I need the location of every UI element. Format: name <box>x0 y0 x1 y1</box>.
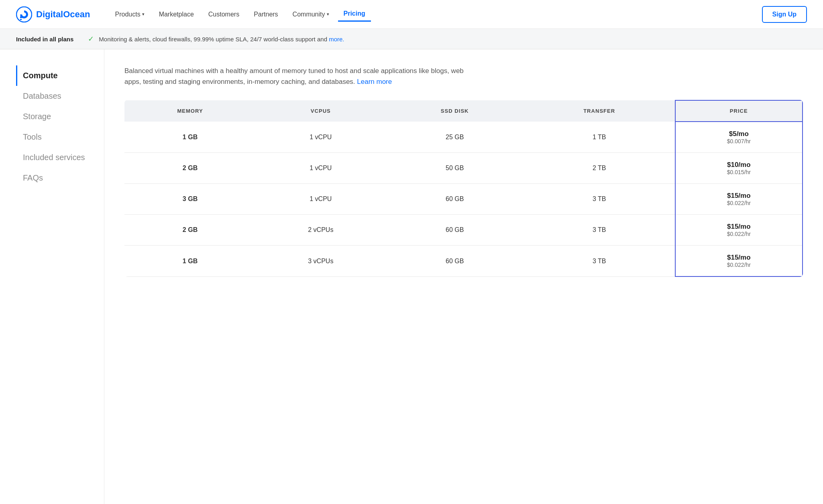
cell-transfer: 2 TB <box>524 153 675 184</box>
price-hourly: $0.015/hr <box>684 169 794 175</box>
chevron-down-icon: ▾ <box>327 12 329 17</box>
price-hourly: $0.022/hr <box>684 262 794 268</box>
price-hourly: $0.022/hr <box>684 231 794 237</box>
col-header-vcpus: VCPUS <box>256 100 386 122</box>
cell-memory: 2 GB <box>124 153 256 184</box>
nav-item-marketplace[interactable]: Marketplace <box>153 8 200 21</box>
nav-item-products[interactable]: Products ▾ <box>109 8 150 21</box>
cell-price: $5/mo $0.007/hr <box>675 122 803 153</box>
table-row: 3 GB 1 vCPU 60 GB 3 TB $15/mo $0.022/hr <box>124 184 803 215</box>
cell-transfer: 3 TB <box>524 184 675 215</box>
cell-ssd: 25 GB <box>386 122 524 153</box>
logo-icon <box>16 6 32 22</box>
logo-link[interactable]: DigitalOcean <box>16 6 90 22</box>
cell-price: $15/mo $0.022/hr <box>675 215 803 246</box>
sidebar-item-databases[interactable]: Databases <box>16 86 92 106</box>
check-icon: ✓ <box>88 35 94 43</box>
cell-vcpus: 1 vCPU <box>256 122 386 153</box>
main-content: Balanced virtual machines with a healthy… <box>104 49 823 504</box>
price-monthly: $15/mo <box>684 223 794 231</box>
price-monthly: $15/mo <box>684 254 794 262</box>
sidebar-item-included-services[interactable]: Included services <box>16 147 92 168</box>
cell-transfer: 3 TB <box>524 215 675 246</box>
col-header-memory: MEMORY <box>124 100 256 122</box>
chevron-down-icon: ▾ <box>142 12 145 17</box>
cell-price: $15/mo $0.022/hr <box>675 246 803 277</box>
table-row: 2 GB 1 vCPU 50 GB 2 TB $10/mo $0.015/hr <box>124 153 803 184</box>
sidebar-item-tools[interactable]: Tools <box>16 127 92 147</box>
cell-price: $10/mo $0.015/hr <box>675 153 803 184</box>
price-monthly: $5/mo <box>684 130 794 138</box>
signup-button[interactable]: Sign Up <box>762 6 807 23</box>
learn-more-link[interactable]: Learn more <box>357 78 392 85</box>
included-banner: Included in all plans ✓ Monitoring & ale… <box>0 29 823 49</box>
cell-memory: 3 GB <box>124 184 256 215</box>
col-header-ssd: SSD DISK <box>386 100 524 122</box>
table-row: 1 GB 1 vCPU 25 GB 1 TB $5/mo $0.007/hr <box>124 122 803 153</box>
banner-label: Included in all plans <box>16 36 73 43</box>
section-description: Balanced virtual machines with a healthy… <box>124 65 470 87</box>
brand-name: DigitalOcean <box>36 9 90 20</box>
nav-item-community[interactable]: Community ▾ <box>287 8 335 21</box>
table-row: 1 GB 3 vCPUs 60 GB 3 TB $15/mo $0.022/hr <box>124 246 803 277</box>
cell-memory: 1 GB <box>124 122 256 153</box>
cell-transfer: 1 TB <box>524 122 675 153</box>
pricing-table: MEMORY VCPUS SSD DISK TRANSFER PRICE 1 G… <box>124 100 803 277</box>
price-hourly: $0.007/hr <box>684 138 794 144</box>
cell-price: $15/mo $0.022/hr <box>675 184 803 215</box>
nav-item-partners[interactable]: Partners <box>248 8 283 21</box>
cell-ssd: 60 GB <box>386 246 524 277</box>
sidebar-item-faqs[interactable]: FAQs <box>16 168 92 188</box>
table-row: 2 GB 2 vCPUs 60 GB 3 TB $15/mo $0.022/hr <box>124 215 803 246</box>
price-monthly: $15/mo <box>684 192 794 200</box>
price-hourly: $0.022/hr <box>684 200 794 206</box>
banner-text: Monitoring & alerts, cloud firewalls, 99… <box>99 36 344 43</box>
col-header-price: PRICE <box>675 100 803 122</box>
col-header-transfer: TRANSFER <box>524 100 675 122</box>
cell-ssd: 60 GB <box>386 184 524 215</box>
navbar: DigitalOcean Products ▾ Marketplace Cust… <box>0 0 823 29</box>
svg-point-0 <box>16 7 32 22</box>
cell-transfer: 3 TB <box>524 246 675 277</box>
cell-vcpus: 1 vCPU <box>256 184 386 215</box>
cell-ssd: 50 GB <box>386 153 524 184</box>
sidebar-item-storage[interactable]: Storage <box>16 106 92 127</box>
sidebar: Compute Databases Storage Tools Included… <box>0 49 104 504</box>
svg-rect-1 <box>20 16 22 18</box>
cell-vcpus: 1 vCPU <box>256 153 386 184</box>
cell-ssd: 60 GB <box>386 215 524 246</box>
table-header-row: MEMORY VCPUS SSD DISK TRANSFER PRICE <box>124 100 803 122</box>
cell-vcpus: 3 vCPUs <box>256 246 386 277</box>
price-monthly: $10/mo <box>684 161 794 169</box>
main-layout: Compute Databases Storage Tools Included… <box>0 49 823 504</box>
svg-rect-2 <box>20 19 22 20</box>
cell-vcpus: 2 vCPUs <box>256 215 386 246</box>
nav-item-customers[interactable]: Customers <box>203 8 245 21</box>
banner-more-link[interactable]: more. <box>329 36 344 43</box>
nav-links: Products ▾ Marketplace Customers Partner… <box>109 7 762 22</box>
nav-item-pricing[interactable]: Pricing <box>338 7 371 22</box>
sidebar-item-compute[interactable]: Compute <box>16 65 92 86</box>
cell-memory: 1 GB <box>124 246 256 277</box>
cell-memory: 2 GB <box>124 215 256 246</box>
